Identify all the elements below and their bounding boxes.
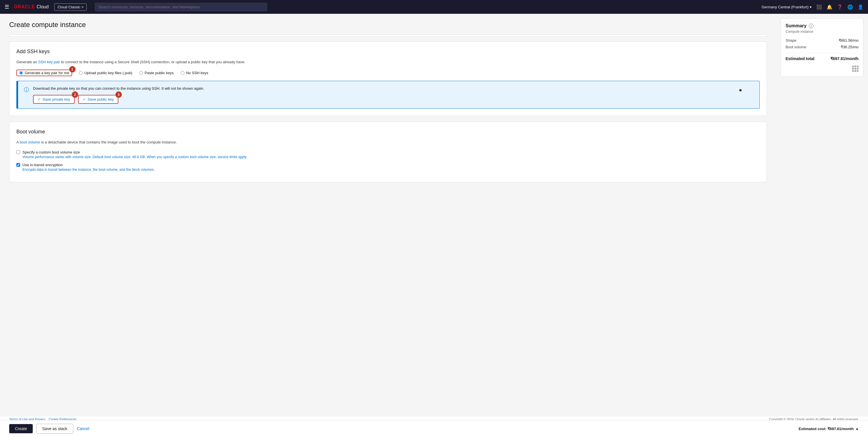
info-content: Download the private key so that you can… [33, 86, 204, 104]
volume-performance-link[interactable]: Volume performance [22, 155, 54, 159]
notifications-icon[interactable]: 🔔 [827, 4, 832, 10]
no-ssh-keys-radio[interactable] [181, 71, 184, 75]
paste-public-keys-radio[interactable] [139, 71, 143, 75]
user-profile-icon[interactable]: 👤 [858, 4, 863, 10]
save-private-key-button[interactable]: ✓ Save private key [33, 95, 75, 104]
summary-total-value: ₹697.81/month [830, 56, 859, 61]
ssh-radio-options: 1 Generate a key pair for me Upload publ… [17, 69, 760, 76]
ssh-desc-prefix: Generate an [17, 60, 37, 64]
oracle-logo: ORACLE Cloud [14, 4, 49, 9]
paste-public-keys-option[interactable]: Paste public keys [139, 71, 174, 75]
cancel-link[interactable]: Cancel [77, 426, 89, 431]
boot-volume-section: Boot volume A boot volume is a detachabl… [9, 122, 767, 182]
scroll-overflow-indicator [9, 34, 767, 37]
volume-performance-note: Volume performance varies with volume si… [22, 155, 247, 159]
generate-keypair-label: Generate a key pair for me [25, 71, 69, 75]
ssh-key-pair-link[interactable]: SSH key pair [38, 60, 60, 64]
save-private-key-wrapper: 2 ✓ Save private key [33, 95, 75, 104]
boot-volume-title: Boot volume [17, 129, 760, 135]
upload-public-key-option[interactable]: Upload public key files (.pub) [79, 71, 132, 75]
estimated-cost-label: Estimated cost: ₹697.81/month [799, 427, 854, 431]
summary-title: Summary [785, 23, 807, 28]
save-private-key-label: Save private key [42, 97, 70, 101]
save-as-stack-button[interactable]: Save as stack [36, 424, 73, 434]
ssh-desc-suffix: to connect to the instance using a Secur… [61, 60, 245, 64]
summary-header: Summary i [785, 23, 859, 28]
help-icon[interactable]: ❓ [837, 4, 843, 10]
encryption-note: Encrypts data in transit between the ins… [22, 168, 155, 172]
paste-public-keys-label: Paste public keys [145, 71, 174, 75]
upload-public-key-label: Upload public key files (.pub) [85, 71, 132, 75]
summary-panel: Summary i Compute instance Shape ₹661.56… [781, 19, 863, 77]
custom-boot-size-label[interactable]: Specify a custom boot volume size [22, 150, 80, 154]
top-navigation: ☰ ORACLE Cloud Cloud Classic > Germany C… [0, 0, 868, 14]
region-label: Germany Central (Frankfurt) [762, 5, 809, 9]
region-selector[interactable]: Germany Central (Frankfurt) ▾ [762, 5, 812, 9]
boot-volume-link[interactable]: boot volume [20, 140, 40, 144]
region-chevron-icon: ▾ [810, 5, 812, 9]
generate-keypair-radio[interactable] [19, 71, 23, 75]
app-grid-icon[interactable] [852, 65, 859, 72]
summary-boot-row: Boot volume ₹36.25/mo [785, 45, 859, 49]
global-search-input[interactable] [95, 3, 267, 11]
topnav-right-section: Germany Central (Frankfurt) ▾ ⬛ 🔔 ❓ 🌐 👤 [762, 4, 863, 10]
info-circle-icon: ⓘ [24, 86, 29, 93]
in-transit-label-group: Use in-transit encryption Encrypts data … [22, 163, 155, 172]
estimated-cost-display: Estimated cost: ₹697.81/month ▲ [799, 427, 859, 431]
upload-public-key-radio[interactable] [79, 71, 83, 75]
boot-desc-prefix: A [17, 140, 19, 144]
boot-desc-suffix: is a detachable device that contains the… [41, 140, 177, 144]
page-title: Create compute instance [9, 21, 767, 29]
volume-perf-suffix: varies with volume size. Default boot vo… [55, 155, 247, 159]
no-ssh-keys-label: No SSH keys [186, 71, 208, 75]
checkmark-icon: ✓ [38, 97, 41, 101]
oracle-wordmark: ORACLE [14, 4, 35, 9]
step-3-badge: 3 [116, 91, 122, 98]
summary-info-icon[interactable]: i [809, 24, 813, 28]
ssh-section-description: Generate an SSH key pair to connect to t… [17, 59, 760, 65]
summary-shape-row: Shape ₹661.56/mo [785, 38, 859, 42]
language-icon[interactable]: 🌐 [847, 4, 853, 10]
summary-divider [785, 53, 859, 53]
boot-volume-description: A boot volume is a detachable device tha… [17, 140, 760, 145]
summary-boot-value: ₹36.25/mo [841, 45, 859, 49]
in-transit-encryption-row: Use in-transit encryption Encrypts data … [17, 163, 760, 172]
checkmark2-icon: ✓ [83, 97, 86, 101]
hamburger-menu-icon[interactable]: ☰ [5, 4, 9, 10]
custom-boot-size-row: Specify a custom boot volume size Volume… [17, 150, 760, 159]
step-1-badge: 1 [69, 66, 75, 72]
info-actions: 2 ✓ Save private key 3 ✓ Save public k [33, 95, 204, 104]
info-message: Download the private key so that you can… [33, 86, 204, 91]
right-sidebar: Summary i Compute instance Shape ₹661.56… [776, 14, 868, 437]
summary-total-label: Estimated total [785, 56, 814, 61]
cloud-shell-icon[interactable]: ⬛ [816, 4, 822, 10]
cloud-wordmark: Cloud [37, 4, 49, 9]
in-transit-encryption-checkbox[interactable] [17, 163, 20, 167]
custom-boot-size-checkbox[interactable] [17, 150, 20, 154]
ssh-keys-section: Add SSH keys Generate an SSH key pair to… [9, 41, 767, 116]
create-button[interactable]: Create [9, 424, 33, 433]
generate-keypair-option[interactable]: Generate a key pair for me [17, 69, 72, 76]
encryption-details-link[interactable]: Encrypts data in transit between the ins… [22, 168, 155, 172]
cost-chevron-icon: ▲ [855, 427, 859, 431]
custom-boot-label-group: Specify a custom boot volume size Volume… [22, 150, 247, 159]
ssh-info-box: ⓘ Download the private key so that you c… [17, 81, 760, 109]
summary-shape-label: Shape [785, 38, 797, 42]
page-wrapper: Create compute instance Add SSH keys Gen… [0, 14, 868, 437]
summary-subtitle: Compute instance [785, 30, 859, 34]
save-public-key-wrapper: 3 ✓ Save public key [78, 95, 118, 104]
ssh-section-title: Add SSH keys [17, 49, 760, 55]
summary-total-row: Estimated total ₹697.81/month [785, 56, 859, 61]
summary-shape-value: ₹661.56/mo [839, 38, 859, 42]
bottom-action-bar: Create Save as stack Cancel Estimated co… [0, 420, 868, 437]
cloud-classic-button[interactable]: Cloud Classic > [54, 3, 87, 11]
summary-boot-label: Boot volume [785, 45, 806, 49]
save-public-key-label: Save public key [88, 97, 114, 101]
no-ssh-keys-option[interactable]: No SSH keys [181, 71, 208, 75]
step-2-badge: 2 [72, 91, 78, 98]
in-transit-encryption-label[interactable]: Use in-transit encryption [22, 163, 63, 167]
generate-keypair-wrapper: 1 Generate a key pair for me [17, 69, 72, 76]
main-content: Create compute instance Add SSH keys Gen… [0, 14, 776, 437]
save-public-key-button[interactable]: ✓ Save public key [78, 95, 118, 104]
